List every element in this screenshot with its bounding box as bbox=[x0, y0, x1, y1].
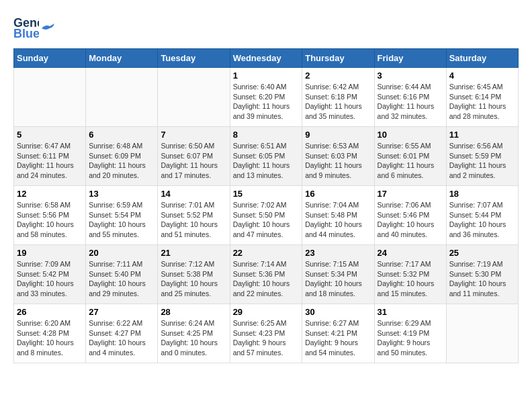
day-number: 5 bbox=[17, 130, 83, 140]
day-number: 2 bbox=[305, 71, 371, 81]
calendar-day: 7Sunrise: 6:50 AM Sunset: 6:07 PM Daylig… bbox=[158, 127, 230, 186]
calendar-week-5: 26Sunrise: 6:20 AM Sunset: 4:28 PM Dayli… bbox=[14, 304, 519, 363]
day-info: Sunrise: 7:12 AM Sunset: 5:38 PM Dayligh… bbox=[161, 259, 226, 299]
logo-icon: General Blue bbox=[13, 13, 39, 39]
calendar-day: 31Sunrise: 6:29 AM Sunset: 4:19 PM Dayli… bbox=[374, 304, 446, 363]
day-info: Sunrise: 7:19 AM Sunset: 5:30 PM Dayligh… bbox=[449, 259, 515, 299]
day-info: Sunrise: 7:07 AM Sunset: 5:44 PM Dayligh… bbox=[449, 200, 515, 240]
calendar-day: 1Sunrise: 6:40 AM Sunset: 6:20 PM Daylig… bbox=[230, 68, 302, 127]
calendar-week-2: 5Sunrise: 6:47 AM Sunset: 6:11 PM Daylig… bbox=[14, 127, 519, 186]
day-info: Sunrise: 6:44 AM Sunset: 6:16 PM Dayligh… bbox=[378, 82, 443, 122]
calendar-day: 26Sunrise: 6:20 AM Sunset: 4:28 PM Dayli… bbox=[14, 304, 86, 363]
day-info: Sunrise: 7:06 AM Sunset: 5:46 PM Dayligh… bbox=[378, 200, 443, 240]
day-header-sunday: Sunday bbox=[14, 49, 86, 68]
day-info: Sunrise: 6:47 AM Sunset: 6:11 PM Dayligh… bbox=[17, 141, 83, 181]
day-number: 15 bbox=[233, 189, 300, 199]
logo-bird-icon bbox=[40, 23, 55, 34]
calendar-day: 10Sunrise: 6:55 AM Sunset: 6:01 PM Dayli… bbox=[374, 127, 446, 186]
day-info: Sunrise: 6:55 AM Sunset: 6:01 PM Dayligh… bbox=[378, 141, 443, 181]
calendar-day bbox=[446, 304, 518, 363]
day-header-saturday: Saturday bbox=[446, 49, 518, 68]
day-number: 31 bbox=[378, 307, 443, 317]
day-number: 6 bbox=[89, 130, 154, 140]
day-number: 21 bbox=[161, 248, 226, 258]
calendar-day bbox=[158, 68, 230, 127]
day-number: 17 bbox=[378, 189, 443, 199]
logo: General Blue bbox=[13, 13, 55, 42]
day-number: 27 bbox=[89, 307, 154, 317]
calendar-day: 6Sunrise: 6:48 AM Sunset: 6:09 PM Daylig… bbox=[86, 127, 158, 186]
day-number: 9 bbox=[305, 130, 371, 140]
day-info: Sunrise: 6:58 AM Sunset: 5:56 PM Dayligh… bbox=[17, 200, 83, 240]
day-number: 11 bbox=[449, 130, 515, 140]
day-number: 25 bbox=[449, 248, 515, 258]
calendar-day: 30Sunrise: 6:27 AM Sunset: 4:21 PM Dayli… bbox=[302, 304, 374, 363]
day-number: 29 bbox=[233, 307, 300, 317]
calendar-day: 12Sunrise: 6:58 AM Sunset: 5:56 PM Dayli… bbox=[14, 186, 86, 245]
day-number: 22 bbox=[233, 248, 300, 258]
day-info: Sunrise: 6:25 AM Sunset: 4:23 PM Dayligh… bbox=[233, 318, 300, 358]
calendar-day: 11Sunrise: 6:56 AM Sunset: 5:59 PM Dayli… bbox=[446, 127, 518, 186]
calendar-day: 17Sunrise: 7:06 AM Sunset: 5:46 PM Dayli… bbox=[374, 186, 446, 245]
calendar-day bbox=[86, 68, 158, 127]
day-number: 28 bbox=[161, 307, 226, 317]
calendar-day: 8Sunrise: 6:51 AM Sunset: 6:05 PM Daylig… bbox=[230, 127, 302, 186]
day-number: 8 bbox=[233, 130, 300, 140]
calendar-day: 19Sunrise: 7:09 AM Sunset: 5:42 PM Dayli… bbox=[14, 245, 86, 304]
calendar-day: 20Sunrise: 7:11 AM Sunset: 5:40 PM Dayli… bbox=[86, 245, 158, 304]
calendar-header-row: SundayMondayTuesdayWednesdayThursdayFrid… bbox=[14, 49, 519, 68]
calendar-table: SundayMondayTuesdayWednesdayThursdayFrid… bbox=[13, 48, 519, 363]
calendar-week-3: 12Sunrise: 6:58 AM Sunset: 5:56 PM Dayli… bbox=[14, 186, 519, 245]
calendar-day: 13Sunrise: 6:59 AM Sunset: 5:54 PM Dayli… bbox=[86, 186, 158, 245]
day-number: 26 bbox=[17, 307, 83, 317]
calendar-day: 23Sunrise: 7:15 AM Sunset: 5:34 PM Dayli… bbox=[302, 245, 374, 304]
day-info: Sunrise: 7:04 AM Sunset: 5:48 PM Dayligh… bbox=[305, 200, 371, 240]
calendar-day: 5Sunrise: 6:47 AM Sunset: 6:11 PM Daylig… bbox=[14, 127, 86, 186]
calendar-week-4: 19Sunrise: 7:09 AM Sunset: 5:42 PM Dayli… bbox=[14, 245, 519, 304]
svg-text:Blue: Blue bbox=[13, 27, 39, 39]
day-number: 14 bbox=[161, 189, 226, 199]
day-number: 16 bbox=[305, 189, 371, 199]
day-info: Sunrise: 7:11 AM Sunset: 5:40 PM Dayligh… bbox=[89, 259, 154, 299]
calendar-day: 24Sunrise: 7:17 AM Sunset: 5:32 PM Dayli… bbox=[374, 245, 446, 304]
day-header-friday: Friday bbox=[374, 49, 446, 68]
calendar-day: 28Sunrise: 6:24 AM Sunset: 4:25 PM Dayli… bbox=[158, 304, 230, 363]
day-number: 3 bbox=[378, 71, 443, 81]
calendar-day: 18Sunrise: 7:07 AM Sunset: 5:44 PM Dayli… bbox=[446, 186, 518, 245]
calendar-day: 22Sunrise: 7:14 AM Sunset: 5:36 PM Dayli… bbox=[230, 245, 302, 304]
day-number: 4 bbox=[449, 71, 515, 81]
calendar-day: 4Sunrise: 6:45 AM Sunset: 6:14 PM Daylig… bbox=[446, 68, 518, 127]
calendar-day: 29Sunrise: 6:25 AM Sunset: 4:23 PM Dayli… bbox=[230, 304, 302, 363]
day-header-wednesday: Wednesday bbox=[230, 49, 302, 68]
day-info: Sunrise: 6:29 AM Sunset: 4:19 PM Dayligh… bbox=[378, 318, 443, 358]
calendar-day: 9Sunrise: 6:53 AM Sunset: 6:03 PM Daylig… bbox=[302, 127, 374, 186]
day-info: Sunrise: 6:48 AM Sunset: 6:09 PM Dayligh… bbox=[89, 141, 154, 181]
calendar-day: 25Sunrise: 7:19 AM Sunset: 5:30 PM Dayli… bbox=[446, 245, 518, 304]
day-number: 13 bbox=[89, 189, 154, 199]
day-number: 10 bbox=[378, 130, 443, 140]
day-info: Sunrise: 6:42 AM Sunset: 6:18 PM Dayligh… bbox=[305, 82, 371, 122]
day-info: Sunrise: 6:27 AM Sunset: 4:21 PM Dayligh… bbox=[305, 318, 371, 358]
day-info: Sunrise: 6:22 AM Sunset: 4:27 PM Dayligh… bbox=[89, 318, 154, 358]
day-info: Sunrise: 7:14 AM Sunset: 5:36 PM Dayligh… bbox=[233, 259, 300, 299]
day-info: Sunrise: 6:45 AM Sunset: 6:14 PM Dayligh… bbox=[449, 82, 515, 122]
day-info: Sunrise: 6:40 AM Sunset: 6:20 PM Dayligh… bbox=[233, 82, 300, 122]
day-info: Sunrise: 7:17 AM Sunset: 5:32 PM Dayligh… bbox=[378, 259, 443, 299]
day-info: Sunrise: 7:15 AM Sunset: 5:34 PM Dayligh… bbox=[305, 259, 371, 299]
day-number: 1 bbox=[233, 71, 300, 81]
day-info: Sunrise: 6:24 AM Sunset: 4:25 PM Dayligh… bbox=[161, 318, 226, 358]
day-info: Sunrise: 6:50 AM Sunset: 6:07 PM Dayligh… bbox=[161, 141, 226, 181]
day-number: 7 bbox=[161, 130, 226, 140]
day-info: Sunrise: 6:59 AM Sunset: 5:54 PM Dayligh… bbox=[89, 200, 154, 240]
calendar-day: 3Sunrise: 6:44 AM Sunset: 6:16 PM Daylig… bbox=[374, 68, 446, 127]
day-info: Sunrise: 6:53 AM Sunset: 6:03 PM Dayligh… bbox=[305, 141, 371, 181]
day-number: 18 bbox=[449, 189, 515, 199]
day-number: 19 bbox=[17, 248, 83, 258]
day-info: Sunrise: 7:09 AM Sunset: 5:42 PM Dayligh… bbox=[17, 259, 83, 299]
header: General Blue bbox=[13, 13, 519, 42]
calendar-day bbox=[14, 68, 86, 127]
calendar-day: 16Sunrise: 7:04 AM Sunset: 5:48 PM Dayli… bbox=[302, 186, 374, 245]
day-number: 30 bbox=[305, 307, 371, 317]
day-number: 20 bbox=[89, 248, 154, 258]
day-number: 12 bbox=[17, 189, 83, 199]
